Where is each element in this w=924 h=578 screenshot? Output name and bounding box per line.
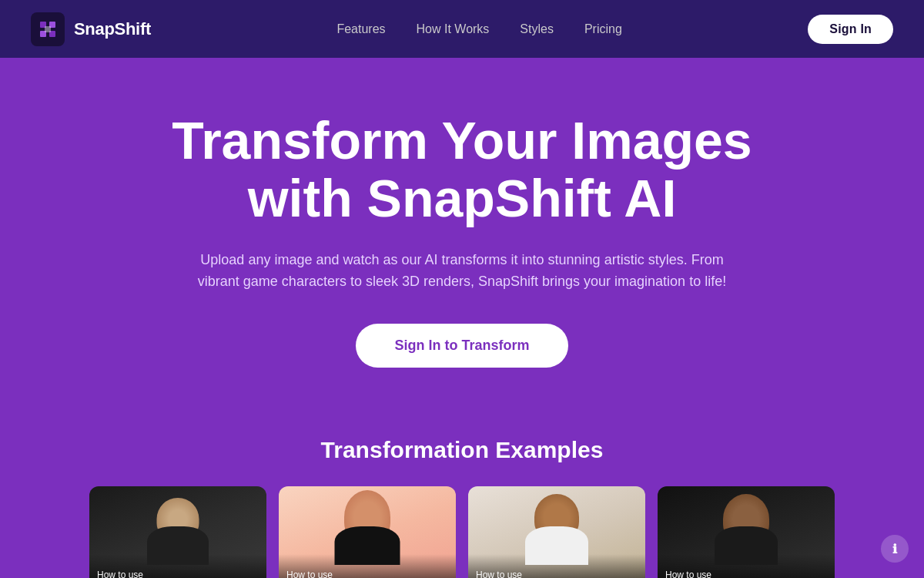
nav-link-how-it-works[interactable]: How It Works: [417, 22, 490, 36]
nav-link-features[interactable]: Features: [336, 22, 385, 36]
nav-link-styles[interactable]: Styles: [520, 22, 554, 36]
svg-rect-4: [45, 26, 51, 32]
nav-links: Features How It Works Styles Pricing: [336, 22, 621, 36]
hero-cta-button[interactable]: Sign In to Transform: [356, 324, 567, 368]
example-card-4[interactable]: How to use: [658, 486, 835, 578]
info-button[interactable]: ℹ: [881, 535, 909, 563]
nav-link-pricing[interactable]: Pricing: [584, 22, 622, 36]
examples-grid: How to use How to use How to use How to …: [31, 486, 893, 578]
navbar: SnapShift Features How It Works Styles P…: [0, 0, 924, 58]
signin-button[interactable]: Sign In: [808, 15, 893, 44]
hero-section: Transform Your Images with SnapShift AI …: [0, 58, 924, 406]
examples-section: Transformation Examples How to use How t…: [0, 406, 924, 578]
logo-icon: [31, 12, 65, 46]
example-card-2[interactable]: How to use: [279, 486, 456, 578]
example-card-3[interactable]: How to use: [468, 486, 645, 578]
hero-title: Transform Your Images with SnapShift AI: [116, 112, 808, 227]
card-label-4: How to use: [658, 554, 835, 578]
example-card-1[interactable]: How to use: [89, 486, 266, 578]
card-label-3: How to use: [468, 554, 645, 578]
hero-subtitle: Upload any image and watch as our AI tra…: [192, 249, 732, 294]
brand-name: SnapShift: [74, 19, 151, 39]
brand-section: SnapShift: [31, 12, 151, 46]
card-label-2: How to use: [279, 554, 456, 578]
card-label-1: How to use: [89, 554, 266, 578]
examples-title: Transformation Examples: [31, 437, 893, 463]
